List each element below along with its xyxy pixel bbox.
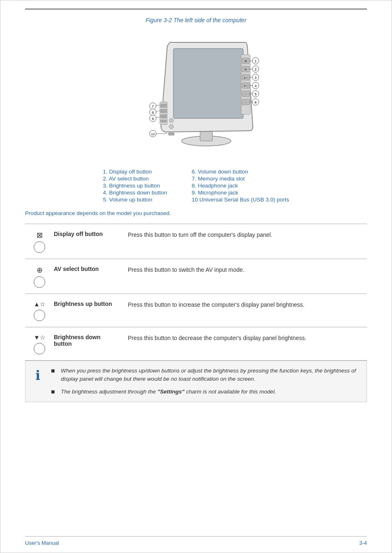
note-item-1: ■ When you press the brightness up/down … (51, 367, 360, 384)
icon-circle-1 (34, 241, 45, 253)
svg-rect-17 (161, 104, 166, 107)
note-bullet-1: ■ (51, 367, 58, 375)
brightness-up-icon: ▲☆ (34, 301, 45, 308)
note-item-2: ■ The brightness adjustment through the … (51, 388, 360, 396)
note-box: ℹ ■ When you press the brightness up/dow… (25, 361, 367, 402)
button-name-brightness-down: Brightness downbutton (54, 333, 128, 347)
top-divider (25, 9, 367, 9)
icon-circle-4 (34, 343, 45, 354)
label-2: 2. AV select button (103, 176, 167, 182)
av-select-icon: ⊕ (37, 266, 43, 275)
svg-text:6: 6 (254, 100, 256, 104)
icon-cell-3: ▲☆ (25, 300, 54, 321)
icon-cell-4: ▼☆ (25, 333, 54, 354)
icon-cell-1: ⊠ (25, 230, 54, 253)
table-row: ▲☆ Brightness up button Press this butto… (25, 294, 367, 327)
info-icon: ℹ (30, 368, 46, 383)
svg-text:↑: ↑ (245, 93, 247, 95)
button-name-av-select: AV select button (54, 265, 128, 272)
label-10: 10.Universal Serial Bus (USB 3.0) ports (192, 197, 289, 203)
svg-text:1: 1 (254, 59, 256, 63)
table-row: ⊠ Display off button Press this button t… (25, 224, 367, 259)
label-1: 1. Display off button (103, 169, 167, 175)
note-bullet-2: ■ (51, 388, 58, 396)
label-5: 5. Volume up button (103, 197, 167, 203)
figure-caption: Figure 3-2 The left side of the computer (25, 17, 367, 23)
svg-text:⊕: ⊕ (244, 68, 247, 71)
page: Figure 3-2 The left side of the computer… (0, 0, 392, 553)
label-4: 4. Brightness down button (103, 190, 167, 196)
svg-text:2: 2 (254, 67, 256, 72)
label-9: 9. Microphone jack (192, 190, 289, 196)
svg-rect-20 (161, 120, 166, 122)
description-brightness-down: Press this button to decrease the comput… (128, 333, 367, 342)
description-av-select: Press this button to switch the AV input… (128, 265, 367, 274)
svg-text:8: 8 (152, 111, 154, 115)
svg-rect-19 (161, 115, 166, 118)
note-text-2: The brightness adjustment through the "S… (61, 388, 276, 396)
note-content: ■ When you press the brightness up/down … (51, 367, 360, 396)
labels-area: 1. Display off button 2. AV select butto… (25, 169, 367, 204)
svg-text:3: 3 (254, 76, 256, 80)
table-row: ▼☆ Brightness downbutton Press this butt… (25, 327, 367, 361)
icon-circle-3 (34, 310, 45, 321)
label-6: 6. Volume down button (192, 169, 289, 175)
label-3: 3. Brightness up button (103, 183, 167, 189)
svg-rect-18 (161, 109, 166, 113)
svg-rect-2 (173, 49, 243, 118)
brightness-down-icon: ▼☆ (34, 334, 45, 341)
figure-area: ⊠ ⊕ ▲☆ ▼☆ ↑ ↓ (25, 30, 367, 159)
button-name-brightness-up: Brightness up button (54, 300, 128, 307)
svg-text:7: 7 (152, 104, 154, 109)
note-text-1: When you press the brightness up/down bu… (61, 367, 360, 384)
footer-left: User's Manual (25, 540, 59, 546)
svg-text:9: 9 (152, 117, 154, 121)
svg-text:▼☆: ▼☆ (244, 85, 248, 87)
svg-text:▲☆: ▲☆ (244, 76, 248, 79)
icon-cell-2: ⊕ (25, 265, 54, 288)
svg-point-21 (169, 118, 173, 123)
computer-diagram: ⊠ ⊕ ▲☆ ▼☆ ↑ ↓ (130, 30, 262, 157)
svg-rect-23 (168, 133, 174, 135)
svg-text:10: 10 (151, 132, 155, 136)
footer-right: 3-4 (359, 540, 367, 546)
description-brightness-up: Press this button to increase the comput… (128, 300, 367, 309)
description-display-off: Press this button to turn off the comput… (128, 230, 367, 239)
footer: User's Manual 3-4 (25, 536, 367, 546)
svg-text:↓: ↓ (245, 101, 247, 104)
table-section: ⊠ Display off button Press this button t… (25, 224, 367, 402)
button-name-display-off: Display off button (54, 230, 128, 237)
table-row: ⊕ AV select button Press this button to … (25, 259, 367, 294)
label-8: 8. Headphone jack (192, 183, 289, 189)
svg-text:⊠: ⊠ (244, 60, 247, 62)
labels-left: 1. Display off button 2. AV select butto… (103, 169, 167, 204)
icon-circle-2 (34, 276, 45, 288)
label-7: 7. Memory media slot (192, 176, 289, 182)
svg-text:5: 5 (254, 92, 256, 96)
svg-point-22 (169, 125, 173, 129)
labels-right: 6. Volume down button 7. Memory media sl… (192, 169, 289, 204)
display-off-icon: ⊠ (37, 231, 43, 240)
product-note: Product appearance depends on the model … (25, 210, 367, 216)
svg-text:4: 4 (254, 84, 256, 88)
